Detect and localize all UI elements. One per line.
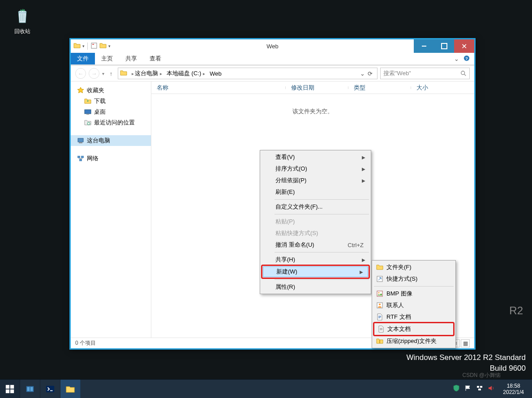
close-button[interactable]: ✕ [454,39,474,53]
sidebar-downloads[interactable]: 下载 [71,96,151,107]
chevron-down-icon[interactable]: ▾ [108,44,111,48]
system-tray: 18:58 2022/1/4 [448,380,532,398]
explorer-taskbar-button[interactable] [60,380,81,398]
refresh-icon[interactable]: ⟳ [368,70,373,77]
recent-locations-icon[interactable]: ▾ [102,71,104,76]
watermark: CSDN @小舞恼 [462,372,501,379]
ribbon-tabs: 文件 主页 共享 查看 ⌄ ? [71,53,474,64]
svg-rect-10 [78,138,83,142]
ghost-text: R2 [509,304,523,317]
search-placeholder: 搜索"Web" [383,69,411,77]
submenu-bmp[interactable]: BMP 图像 [373,288,455,300]
submenu-rtf[interactable]: RTF 文档 [373,311,455,323]
folder-icon [73,42,81,51]
col-name[interactable]: 名称 [151,84,286,92]
svg-rect-13 [81,156,84,158]
shortcut-icon [376,275,384,283]
menu-properties[interactable]: 属性(R) [261,281,370,293]
tray-network-icon[interactable] [476,385,483,393]
help-icon[interactable]: ? [463,55,470,63]
address-bar: ← → ▾ ↑ ▸这台电脑▸ 本地磁盘 (C:)▸ Web ⌄⟳ 搜索"Web" [71,65,474,81]
submenu-contact[interactable]: 联系人 [373,300,455,311]
chevron-down-icon[interactable]: ▾ [82,44,85,48]
column-headers: 名称 修改日期 类型 大小 [151,81,474,94]
zip-icon [376,337,384,345]
menu-group[interactable]: 分组依据(P)▶ [261,175,370,186]
menu-share[interactable]: 共享(H)▶ [261,254,370,265]
tab-view[interactable]: 查看 [143,53,167,64]
chevron-down-icon[interactable]: ⌄ [360,70,365,77]
tab-share[interactable]: 共享 [119,53,143,64]
tab-file[interactable]: 文件 [71,53,95,64]
submenu-zip[interactable]: 压缩(zipped)文件夹 [373,335,455,347]
search-icon [460,70,467,77]
submenu-text[interactable]: 文本文档 [374,323,453,335]
breadcrumb[interactable]: ▸这台电脑▸ 本地磁盘 (C:)▸ Web ⌄⟳ [118,68,378,79]
sidebar-recent[interactable]: 最近访问的位置 [71,117,151,128]
svg-rect-24 [10,389,14,393]
menu-paste: 粘贴(P) [261,216,370,227]
col-modified[interactable]: 修改日期 [286,84,348,92]
nav-up-button[interactable]: ↑ [107,69,115,77]
tray-shield-icon[interactable] [453,385,460,393]
tray-flag-icon[interactable] [464,385,472,393]
svg-rect-12 [77,156,80,158]
submenu-folder[interactable]: 文件夹(F) [373,261,455,273]
folder-icon [120,69,128,78]
server-manager-button[interactable] [20,380,40,398]
svg-rect-26 [27,387,30,391]
svg-rect-22 [10,385,14,388]
tab-home[interactable]: 主页 [95,53,119,64]
nav-back-button[interactable]: ← [75,68,86,79]
minimize-button[interactable] [414,39,434,53]
svg-point-17 [378,292,380,294]
sidebar-favorites[interactable]: 收藏夹 [71,85,151,96]
new-folder-icon[interactable] [99,42,107,51]
svg-rect-27 [30,387,33,391]
breadcrumb-seg-drive[interactable]: 本地磁盘 (C:)▸ [165,68,207,79]
search-input[interactable]: 搜索"Web" [380,68,470,79]
menu-refresh[interactable]: 刷新(E) [261,186,370,198]
clock-time: 18:58 [503,383,524,389]
sidebar-desktop[interactable]: 桌面 [71,107,151,117]
empty-folder-text: 该文件夹为空。 [151,107,474,116]
svg-rect-23 [6,389,9,393]
tray-volume-icon[interactable] [488,385,495,393]
svg-point-19 [379,304,381,305]
tray-clock[interactable]: 18:58 2022/1/4 [499,383,528,395]
col-type[interactable]: 类型 [348,84,411,92]
nav-forward-button[interactable]: → [89,68,99,79]
svg-rect-28 [46,385,54,392]
menu-sort[interactable]: 排序方式(O)▶ [261,163,370,175]
os-edition: Windows Server 2012 R2 Standard [407,353,526,362]
powershell-button[interactable] [40,380,60,398]
expand-ribbon-icon[interactable]: ⌄ [454,56,459,62]
svg-point-0 [18,11,26,13]
col-size[interactable]: 大小 [411,84,456,92]
properties-icon[interactable] [90,42,98,51]
menu-view[interactable]: 查看(V)▶ [261,151,370,163]
svg-rect-2 [92,44,94,45]
titlebar[interactable]: ▾ ▾ Web ✕ [71,39,474,53]
rtf-icon [376,313,384,321]
start-button[interactable] [0,380,20,398]
context-menu: 查看(V)▶ 排序方式(O)▶ 分组依据(P)▶ 刷新(E) 自定义文件夹(F)… [260,150,371,294]
sidebar: 收藏夹 下载 桌面 最近访问的位置 这台电脑 网络 [71,81,151,338]
menu-undo[interactable]: 撤消 重命名(U)Ctrl+Z [261,239,370,251]
maximize-button[interactable] [434,39,454,53]
recycle-bin[interactable]: 回收站 [8,6,37,35]
folder-icon [376,263,384,271]
view-icons-button[interactable]: ▦ [461,339,470,347]
bmp-icon [376,290,384,298]
breadcrumb-seg-thispc[interactable]: ▸这台电脑▸ [129,68,164,79]
breadcrumb-seg-web[interactable]: Web [208,68,223,79]
highlight-new: 新建(W)▶ [261,265,370,279]
submenu-shortcut[interactable]: 快捷方式(S) [373,273,455,285]
quick-access-toolbar: ▾ ▾ [71,42,111,51]
menu-new[interactable]: 新建(W)▶ [263,266,368,277]
sidebar-network[interactable]: 网络 [71,153,151,164]
svg-rect-7 [85,110,91,114]
sidebar-thispc[interactable]: 这台电脑 [71,135,151,146]
svg-text:?: ? [465,56,468,60]
menu-customize[interactable]: 自定义文件夹(F)... [261,201,370,213]
